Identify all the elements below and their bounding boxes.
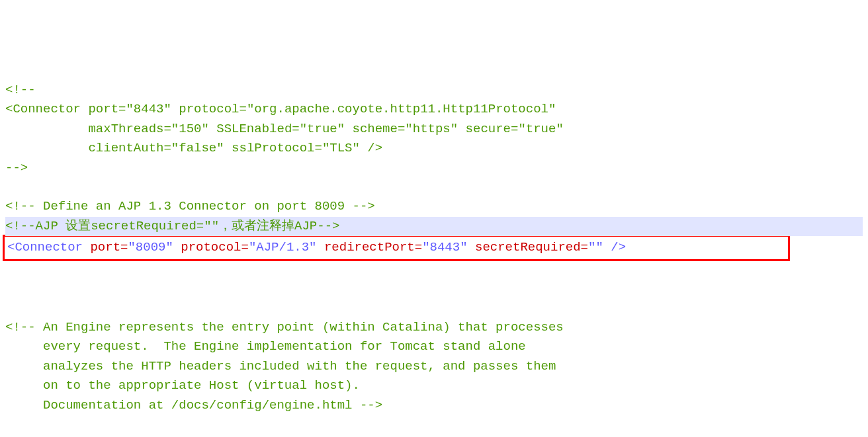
engine-desc-1: <!-- An Engine represents the entry poin… <box>5 320 564 335</box>
comment-open: <!-- <box>5 83 36 97</box>
engine-desc-3: analyzes the HTTP headers included with … <box>5 359 556 374</box>
ajp-note-comment: <!--AJP 设置secretRequired=""，或者注释掉AJP--> <box>5 219 339 233</box>
ajp-connector-highlight-box: <Connector port="8009" protocol="AJP/1.3… <box>3 235 790 260</box>
engine-desc-2: every request. The Engine implementation… <box>5 339 526 354</box>
engine-desc-5: Documentation at /docs/config/engine.htm… <box>5 398 382 413</box>
connector-ssl-line3: clientAuth="false" sslProtocol="TLS" /> <box>5 141 382 155</box>
connector-ssl-line2: maxThreads="150" SSLEnabled="true" schem… <box>5 122 564 136</box>
engine-desc-4: on to the appropriate Host (virtual host… <box>5 378 360 393</box>
ajp-note-highlight: <!--AJP 设置secretRequired=""，或者注释掉AJP--> <box>5 217 863 236</box>
connector-ajp-open: <Connector <box>7 240 90 255</box>
ajp-define-comment: <!-- Define an AJP 1.3 Connector on port… <box>5 199 375 214</box>
connector-ssl-line1: <Connector port="8443" protocol="org.apa… <box>5 102 556 116</box>
comment-close: --> <box>5 161 28 175</box>
code-block: <!-- <Connector port="8443" protocol="or… <box>5 81 863 437</box>
